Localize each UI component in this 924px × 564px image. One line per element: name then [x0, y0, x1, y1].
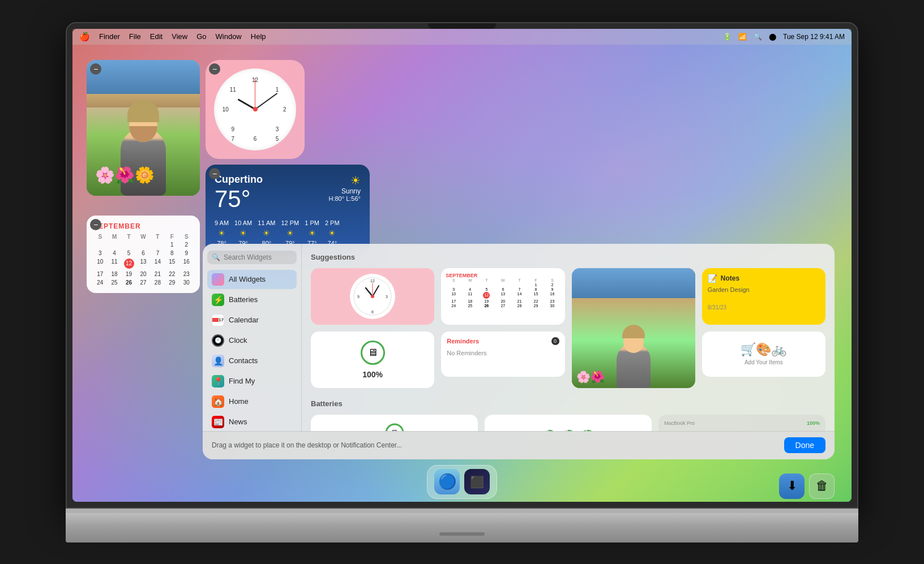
clock-widget: − 12 1 2 3 6 9 11 10 7 5 4: [206, 60, 305, 159]
screen: 🍎 Finder File Edit View Go Window Help 🔋…: [72, 29, 852, 502]
menu-help[interactable]: Help: [251, 32, 266, 41]
menubar-left: 🍎 Finder File Edit View Go Window Help: [79, 32, 266, 42]
sidebar-label-findmy: Find My: [229, 377, 255, 385]
laptop-vent: [439, 532, 485, 536]
remove-clock-widget[interactable]: −: [209, 63, 220, 75]
remove-calendar-widget[interactable]: −: [90, 219, 101, 230]
search-icon: 🔍: [212, 253, 220, 261]
calendar-widget-desktop: − SEPTEMBER SMTWTFS 12 3456789 101112131…: [87, 216, 200, 293]
sidebar-item-clock[interactable]: 🕙 Clock: [207, 331, 297, 350]
shopping-icons: 🛒🎨🚲: [741, 342, 786, 357]
suggestions-grid: 12 3 6 9: [311, 268, 825, 388]
menubar-right: 🔋 📶 🔍 ⬤ Tue Sep 12 9:41 AM: [723, 33, 845, 41]
menubar: 🍎 Finder File Edit View Go Window Help 🔋…: [72, 29, 852, 45]
shopping-label: Add Your Items: [745, 359, 783, 365]
sidebar-item-contacts[interactable]: 👤 Contacts: [207, 351, 297, 371]
sidebar-item-calendar[interactable]: 17 Calendar: [207, 311, 297, 330]
menu-finder[interactable]: Finder: [99, 32, 120, 41]
battery-preview-widget[interactable]: 🖥 100%: [311, 331, 434, 388]
calendar-icon: 17: [212, 314, 224, 326]
wifi-icon: 📶: [738, 33, 747, 41]
weather-widget-desktop: − Cupertino 75° ☀ Sunny H:80° L:56°: [206, 165, 370, 256]
sidebar-label-home: Home: [229, 397, 249, 406]
notes-preview-date: 8/31/23: [708, 304, 820, 311]
sidebar-label-contacts: Contacts: [229, 356, 258, 365]
camera-notch: [428, 23, 496, 29]
svg-text:6: 6: [371, 310, 374, 314]
mini-cal-month-label: SEPTEMBER: [446, 273, 560, 278]
clock-num-6: 6: [254, 136, 257, 142]
menu-window[interactable]: Window: [216, 32, 242, 41]
macbook-pct: 100%: [807, 420, 820, 426]
menu-view[interactable]: View: [172, 32, 187, 41]
notes-preview-widget[interactable]: 📝 Notes Garden Design 8/31/23: [702, 268, 825, 325]
sidebar-item-batteries[interactable]: ⚡ Batteries: [207, 290, 297, 309]
sidebar-label-clock: Clock: [229, 336, 247, 345]
svg-text:3: 3: [386, 295, 388, 299]
search-menubar-icon[interactable]: 🔍: [754, 33, 762, 41]
search-box[interactable]: 🔍: [207, 251, 297, 264]
remove-weather-widget[interactable]: −: [209, 168, 220, 179]
all-widgets-icon: [212, 273, 224, 286]
menu-edit[interactable]: Edit: [150, 32, 162, 41]
clock-num-3: 3: [276, 126, 279, 132]
findmy-icon: 📍: [212, 375, 224, 388]
reminders-preview-title: Reminders: [447, 338, 479, 345]
batteries-icon: ⚡: [212, 294, 224, 306]
sidebar-label-news: News: [229, 417, 247, 426]
battery-icon: 🔋: [723, 33, 732, 41]
gallery-sidebar: 🔍 All Widg: [203, 244, 302, 431]
siri-icon[interactable]: ⬤: [769, 33, 776, 41]
calendar-month: SEPTEMBER: [93, 222, 193, 230]
battery-pct-label: 100%: [362, 370, 383, 379]
sidebar-item-all-widgets[interactable]: All Widgets: [207, 270, 297, 289]
search-input[interactable]: [224, 253, 292, 261]
battery-widget-1[interactable]: 🖥 Screen: [311, 415, 478, 431]
sidebar-item-news[interactable]: 📰 News: [207, 412, 297, 431]
contacts-icon: 👤: [212, 355, 224, 367]
macbook-battery-widget[interactable]: MacBook Pro 100%: [658, 415, 825, 431]
gallery-bottom-bar: Drag a widget to place it on the desktop…: [203, 431, 835, 459]
desktop-widgets: −: [84, 51, 840, 462]
weather-temp: 75°: [215, 186, 263, 213]
clock-preview-widget[interactable]: 12 3 6 9: [311, 268, 434, 325]
clock-num-2: 2: [283, 106, 286, 113]
home-icon: 🏠: [212, 395, 224, 408]
menu-go[interactable]: Go: [196, 32, 206, 41]
menu-file[interactable]: File: [129, 32, 141, 41]
weather-hourly: 9 AM☀78° 10 AM☀79° 11 AM☀80° 12 PM☀79° 1…: [215, 219, 361, 247]
done-button[interactable]: Done: [784, 437, 825, 453]
laptop-bottom-chassis: [66, 509, 858, 543]
widget-gallery[interactable]: 🔍 All Widg: [203, 244, 835, 459]
clock-num-5: 5: [276, 136, 279, 142]
batteries-section-title: Batteries: [311, 399, 825, 408]
battery-widget-2[interactable]: 🖥 ⌨: [485, 415, 652, 431]
svg-text:9: 9: [357, 295, 360, 299]
dock-finder[interactable]: 🔵: [434, 469, 460, 494]
drag-hint-text: Drag a widget to place it on the desktop…: [212, 441, 402, 449]
photo-preview-widget[interactable]: 🌸🌺: [572, 268, 695, 388]
battery-circle-container: 🖥: [360, 340, 386, 365]
photo-image: 🌸🌺🌼: [87, 60, 200, 196]
gallery-main: Suggestions: [302, 244, 835, 431]
suggestions-title: Suggestions: [311, 253, 825, 261]
dock-download[interactable]: ⬇: [779, 473, 805, 499]
dock-trash[interactable]: 🗑: [809, 473, 835, 499]
remove-photo-widget[interactable]: −: [90, 63, 101, 75]
dock-launchpad[interactable]: ⬛: [464, 469, 490, 494]
shopping-preview-widget[interactable]: 🛒🎨🚲 Add Your Items: [702, 331, 825, 377]
notes-preview-title: Notes: [721, 274, 739, 282]
sidebar-label-all-widgets: All Widgets: [229, 275, 266, 283]
dock: 🔵 ⬛: [427, 465, 497, 499]
reminders-preview-widget[interactable]: Reminders 0 No Reminders: [441, 331, 564, 377]
clock-num-10: 10: [223, 106, 229, 113]
sidebar-item-home[interactable]: 🏠 Home: [207, 392, 297, 411]
datetime-display: Tue Sep 12 9:41 AM: [783, 33, 845, 41]
dock-right: ⬇ 🗑: [779, 473, 835, 499]
apple-menu[interactable]: 🍎: [79, 32, 90, 42]
sidebar-item-findmy[interactable]: 📍 Find My: [207, 372, 297, 391]
clock-num-7: 7: [232, 136, 235, 142]
clock-icon: 🕙: [212, 334, 224, 347]
calendar-preview-widget[interactable]: SEPTEMBER SMTWTFS 12 3456789 10111213141…: [441, 268, 564, 325]
notes-preview-note-title: Garden Design: [708, 286, 820, 293]
